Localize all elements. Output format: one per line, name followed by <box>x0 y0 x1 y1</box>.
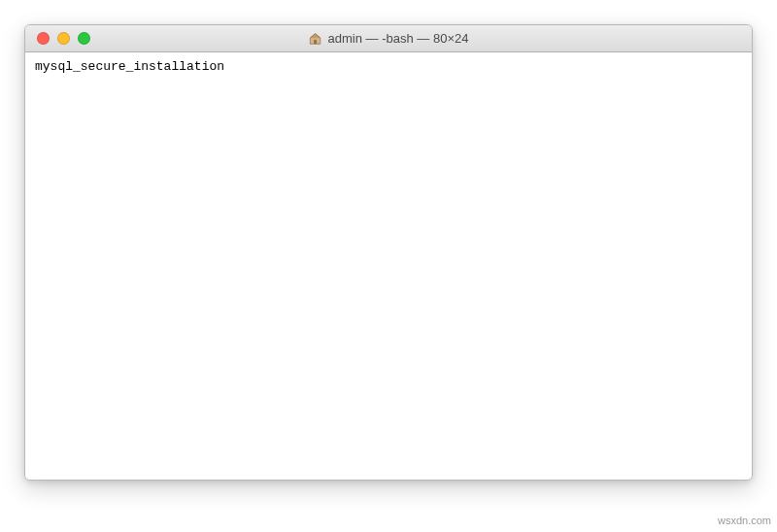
window-title-text: admin — -bash — 80×24 <box>328 31 469 46</box>
home-icon <box>309 32 322 46</box>
watermark: wsxdn.com <box>718 515 771 526</box>
close-button[interactable] <box>37 32 50 45</box>
minimize-button[interactable] <box>57 32 70 45</box>
svg-rect-0 <box>314 39 317 43</box>
terminal-body[interactable]: mysql_secure_installation <box>25 52 752 480</box>
window-title: admin — -bash — 80×24 <box>309 31 469 46</box>
terminal-content: mysql_secure_installation <box>35 59 224 74</box>
title-bar[interactable]: admin — -bash — 80×24 <box>25 25 752 52</box>
terminal-window: admin — -bash — 80×24 mysql_secure_insta… <box>24 24 753 481</box>
traffic-lights <box>25 32 90 45</box>
expand-button[interactable] <box>78 32 90 45</box>
